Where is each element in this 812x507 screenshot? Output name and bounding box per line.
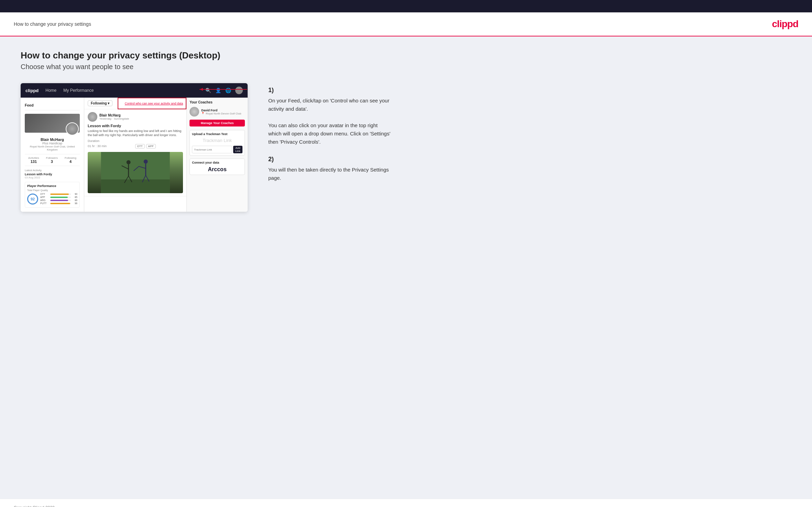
- user-avatar[interactable]: [235, 87, 243, 94]
- app-nav-home: Home: [45, 88, 56, 93]
- content-row: clippd Home My Performance 🔍 👤 🌐 Feed: [21, 83, 791, 212]
- right-panel: Your Coaches David Ford 📍 Royal North De…: [187, 98, 248, 212]
- left-panel: Feed Blair McHarg Plus Handicap Royal No…: [21, 98, 84, 212]
- tag-app: APP: [146, 144, 156, 148]
- your-coaches-title: Your Coaches: [190, 100, 245, 104]
- instruction-1-number: 1): [268, 87, 791, 94]
- tpq-row: 92 OTT 90 APP 85: [27, 193, 77, 205]
- bar-app: APP 85: [40, 196, 77, 198]
- bar-putt: PUTT 96: [40, 202, 77, 205]
- main-content: How to change your privacy settings (Des…: [0, 36, 812, 499]
- app-mockup: clippd Home My Performance 🔍 👤 🌐 Feed: [21, 83, 248, 212]
- person-icon: 👤: [215, 88, 221, 93]
- instruction-2-text: You will then be taken directly to the P…: [268, 166, 392, 182]
- coach-club: 📍 Royal North Devon Golf Club: [201, 112, 241, 115]
- player-performance: Player Performance Total Player Quality …: [25, 182, 80, 208]
- coach-item: David Ford 📍 Royal North Devon Golf Club: [190, 107, 245, 117]
- coach-name: David Ford: [201, 109, 241, 112]
- page-subheading: Choose what you want people to see: [21, 63, 791, 71]
- stat-followers: Followers 3: [46, 156, 58, 164]
- instruction-1-text: On your Feed, click/tap on 'Control who …: [268, 97, 392, 146]
- post-image: [88, 152, 183, 193]
- post-author-avatar: [88, 112, 97, 122]
- trackman-add-button[interactable]: Add Link: [233, 146, 242, 153]
- stat-activities: Activities 131: [28, 156, 39, 164]
- post-author-name: Blair McHarg: [99, 113, 129, 117]
- page-heading: How to change your privacy settings (Des…: [21, 50, 791, 61]
- svg-point-2: [127, 160, 131, 164]
- copyright-text: Copyright Clippd 2022: [14, 505, 55, 507]
- instructions-panel: 1) On your Feed, click/tap on 'Control w…: [261, 83, 791, 192]
- post-description: Looking to feel like my hands are exitin…: [88, 129, 183, 137]
- footer: Copyright Clippd 2022: [0, 499, 812, 507]
- profile-handicap: Plus Handicap: [25, 142, 80, 145]
- profile-name: Blair McHarg: [25, 137, 80, 142]
- trackman-placeholder: Trackman Link: [192, 138, 242, 143]
- instruction-2-number: 2): [268, 156, 791, 163]
- stat-following: Following 4: [65, 156, 76, 164]
- tpq-label: Total Player Quality: [27, 189, 77, 191]
- profile-club: Royal North Devon Golf Club, United King…: [25, 145, 80, 151]
- instruction-2: 2) You will then be taken directly to th…: [268, 156, 791, 182]
- instruction-1: 1) On your Feed, click/tap on 'Control w…: [268, 87, 791, 146]
- post-image-svg: [88, 152, 183, 193]
- following-bar: Following ▾ Control who can see your act…: [84, 98, 186, 109]
- post-duration-label: Duration: [88, 139, 183, 143]
- app-nav-icons: 🔍 👤 🌐: [205, 87, 243, 94]
- arccos-logo: Arccos: [192, 166, 242, 173]
- trackman-link-input[interactable]: [192, 146, 232, 153]
- clippd-logo: clippd: [772, 19, 798, 30]
- connect-section: Connect your data Arccos: [190, 158, 245, 175]
- profile-stats: Activities 131 Followers 3 Following 4: [25, 154, 80, 166]
- header: How to change your privacy settings clip…: [0, 12, 812, 36]
- bar-arg: ARG 86: [40, 199, 77, 201]
- app-nav-logo: clippd: [25, 88, 39, 93]
- post-author-row: Blair McHarg Yesterday · Sunningdale: [88, 112, 183, 122]
- post-tags: OTT APP: [135, 144, 156, 148]
- top-bar: [0, 0, 812, 12]
- bar-ott: OTT 90: [40, 193, 77, 195]
- tpq-score: 92: [27, 194, 38, 205]
- svg-rect-1: [101, 179, 170, 193]
- pin-icon: 📍: [201, 112, 205, 115]
- following-bar-wrapper: Following ▾ Control who can see your act…: [84, 98, 186, 109]
- feed-tab: Feed: [25, 102, 80, 110]
- pp-title: Player Performance: [27, 184, 77, 188]
- manage-coaches-button[interactable]: Manage Your Coaches: [190, 120, 245, 126]
- control-privacy-link[interactable]: Control who can see your activity and da…: [125, 102, 183, 105]
- post-title: Lesson with Fordy: [88, 124, 183, 128]
- globe-icon: 🌐: [225, 88, 231, 93]
- trackman-input-row: Add Link: [192, 146, 242, 153]
- tpq-bars: OTT 90 APP 85 ARG: [40, 193, 77, 205]
- connect-title: Connect your data: [192, 161, 242, 164]
- post-duration-value: 01 hr : 30 min OTT APP: [88, 144, 183, 151]
- trackman-section: Upload a Trackman Test Trackman Link Add…: [190, 130, 245, 156]
- post-author-meta: Yesterday · Sunningdale: [99, 117, 129, 120]
- latest-activity-name: Lesson with Fordy: [25, 173, 80, 176]
- search-icon: 🔍: [205, 88, 211, 93]
- tag-ott: OTT: [135, 144, 145, 148]
- profile-avatar: [66, 122, 79, 135]
- svg-point-7: [144, 159, 148, 164]
- coach-avatar: [190, 107, 199, 117]
- middle-panel: Following ▾ Control who can see your act…: [84, 98, 187, 212]
- app-nav: clippd Home My Performance 🔍 👤 🌐: [21, 83, 248, 98]
- latest-activity-label: Latest Activity: [25, 169, 80, 172]
- app-nav-performance: My Performance: [63, 88, 94, 93]
- page-breadcrumb: How to change your privacy settings: [14, 21, 91, 27]
- feed-post: Blair McHarg Yesterday · Sunningdale Les…: [84, 109, 186, 196]
- latest-activity-date: 03 Aug 2022: [25, 176, 80, 179]
- app-body: Feed Blair McHarg Plus Handicap Royal No…: [21, 98, 248, 212]
- following-button[interactable]: Following ▾: [88, 100, 112, 106]
- trackman-title: Upload a Trackman Test: [192, 132, 242, 136]
